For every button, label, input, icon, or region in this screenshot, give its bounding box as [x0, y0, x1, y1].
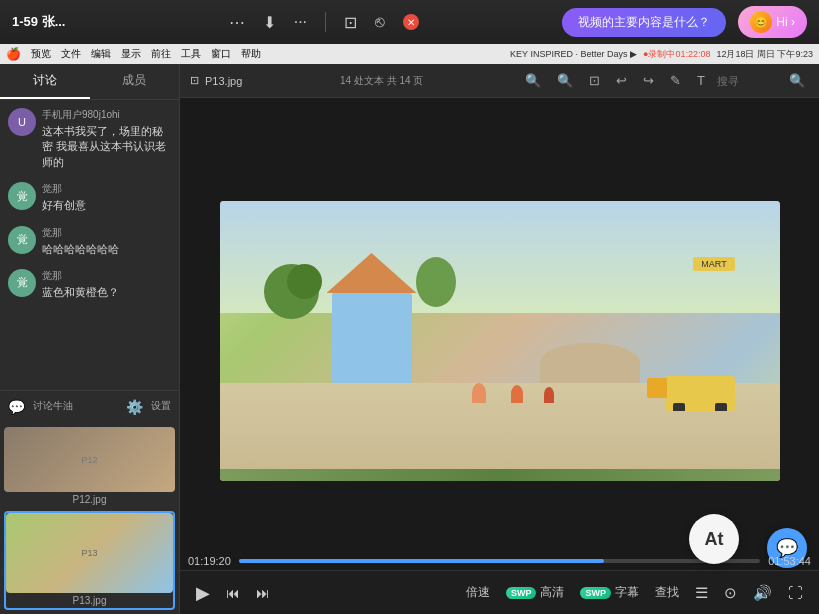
- next-button[interactable]: ⏭: [256, 585, 270, 601]
- hi-label: Hi ›: [776, 15, 795, 29]
- avatar: 覚: [8, 182, 36, 210]
- tab-discussion[interactable]: 讨论: [0, 64, 90, 99]
- filename-label: P13.jpg: [205, 75, 242, 87]
- avatar: 覚: [8, 226, 36, 254]
- chat-area[interactable]: U 手机用户980j1ohi 这本书我买了，场里的秘密 我最喜从这本书认识老师的…: [0, 100, 179, 390]
- chat-content: 觉那 哈哈哈哈哈哈哈: [42, 226, 119, 257]
- recording-badge-menu: ●录制中01:22:08: [643, 48, 710, 61]
- video-viewer: MART 💬: [180, 98, 819, 584]
- discuss-label: 讨论牛油: [33, 399, 73, 415]
- find-button[interactable]: 查找: [655, 584, 679, 601]
- zoom-out-icon[interactable]: 🔍: [553, 71, 577, 90]
- list-icon[interactable]: ☰: [695, 584, 708, 602]
- more-icon[interactable]: ···: [294, 13, 307, 31]
- zoom-in-icon[interactable]: 🔍: [521, 71, 545, 90]
- illustrated-scene: MART: [220, 201, 780, 481]
- subtitle-button[interactable]: SWP 字幕: [580, 584, 639, 601]
- thumbnail-label: P13.jpg: [6, 593, 173, 608]
- menu-help[interactable]: 帮助: [241, 47, 261, 61]
- share-toolbar-icon[interactable]: ⊡: [585, 71, 604, 90]
- top-bar-right: 视频的主要内容是什么？ 😊 Hi ›: [562, 6, 807, 38]
- page-info: 14 处文本 共 14 页: [340, 74, 423, 88]
- speed-button[interactable]: 倍速: [466, 584, 490, 601]
- chat-content: 觉那 蓝色和黄橙色？: [42, 269, 119, 300]
- scene-tree-3: [416, 257, 456, 307]
- apple-menu[interactable]: 🍎: [6, 47, 21, 61]
- ai-button[interactable]: 视频的主要内容是什么？: [562, 8, 726, 37]
- key-inspired-label: KEY INSPIRED · Better Days ▶: [510, 49, 637, 59]
- view-mode-icon[interactable]: ⊡: [190, 74, 199, 87]
- settings-icon[interactable]: ⚙️: [126, 399, 143, 415]
- toolbar-left: ⊡ P13.jpg: [190, 74, 242, 87]
- top-bar-icons: ⋯ ⬇ ··· ⊡ ⎋ ✕: [85, 12, 562, 32]
- fullscreen-icon[interactable]: ⛶: [788, 584, 803, 601]
- thumb-image: P12: [4, 427, 175, 492]
- menu-file[interactable]: 文件: [61, 47, 81, 61]
- thumbnail-p13[interactable]: P13 P13.jpg: [4, 511, 175, 610]
- mart-sign: MART: [693, 257, 734, 271]
- menu-view[interactable]: 显示: [121, 47, 141, 61]
- avatar: 😊: [750, 11, 772, 33]
- back-icon[interactable]: ⎋: [375, 13, 385, 31]
- chat-username: 觉那: [42, 269, 119, 283]
- divider: [325, 12, 326, 32]
- quality-button[interactable]: SWP 高清: [506, 584, 565, 601]
- chat-content: 手机用户980j1ohi 这本书我买了，场里的秘密 我最喜从这本书认识老师的: [42, 108, 171, 170]
- character-2: [511, 385, 523, 403]
- volume-icon[interactable]: 🔊: [753, 584, 772, 602]
- thumb-image: P13: [6, 513, 173, 593]
- close-button[interactable]: ✕: [403, 14, 419, 30]
- quality-badge: SWP: [506, 587, 537, 599]
- chat-icon[interactable]: 💬: [8, 399, 25, 415]
- chat-username: 觉那: [42, 182, 86, 196]
- scene-house: [332, 293, 412, 383]
- list-item: 覚 觉那 哈哈哈哈哈哈哈: [8, 226, 171, 257]
- find-label: 查找: [655, 585, 679, 599]
- chat-username: 觉那: [42, 226, 119, 240]
- search-icon[interactable]: 🔍: [785, 71, 809, 90]
- thumbnail-p12[interactable]: P12 P12.jpg: [4, 427, 175, 507]
- avatar-button[interactable]: 😊 Hi ›: [738, 6, 807, 38]
- play-icon: ▶: [196, 582, 210, 604]
- toolbar-right: 🔍 🔍 ⊡ ↩ ↪ ✎ T 🔍: [521, 71, 809, 90]
- menu-window[interactable]: 窗口: [211, 47, 231, 61]
- at-badge[interactable]: At: [689, 514, 739, 564]
- avatar: U: [8, 108, 36, 136]
- sidebar-tabs: 讨论 成员: [0, 64, 179, 100]
- download-icon[interactable]: ⬇: [263, 13, 276, 32]
- rotate-right-icon[interactable]: ↪: [639, 71, 658, 90]
- at-label: At: [705, 529, 724, 550]
- menu-edit[interactable]: 编辑: [91, 47, 111, 61]
- thumbnail-area: P12 P12.jpg P13 P13.jpg: [0, 423, 179, 614]
- mac-menubar: 🍎 预览 文件 编辑 显示 前往 工具 窗口 帮助 KEY INSPIRED ·…: [0, 44, 819, 64]
- progress-fill: [239, 559, 604, 563]
- sidebar-bottom: 💬 讨论牛油 ⚙️ 设置: [0, 390, 179, 423]
- share-icon[interactable]: ⋯: [229, 13, 245, 32]
- quality-label: 高清: [540, 584, 564, 601]
- search-input[interactable]: [717, 75, 777, 87]
- progress-track[interactable]: [239, 559, 760, 563]
- thumbnail-label: P12.jpg: [4, 492, 175, 507]
- next-icon: ⏭: [256, 585, 270, 601]
- total-time-label: 01:53:44: [768, 555, 811, 567]
- menu-preview[interactable]: 预览: [31, 47, 51, 61]
- text-icon[interactable]: T: [693, 71, 709, 90]
- video-toolbar: ⊡ P13.jpg 14 处文本 共 14 页 🔍 🔍 ⊡ ↩ ↪ ✎ T 🔍: [180, 64, 819, 98]
- highlight-icon[interactable]: ✎: [666, 71, 685, 90]
- tab-members[interactable]: 成员: [90, 64, 180, 99]
- settings-label: 设置: [151, 399, 171, 415]
- scene-tree-2: [287, 264, 322, 299]
- app-title: 1-59 张...: [12, 13, 65, 31]
- border-bottom-decoration: [220, 469, 780, 481]
- menu-tools[interactable]: 工具: [181, 47, 201, 61]
- play-button[interactable]: ▶: [196, 582, 210, 604]
- subtitle-badge: SWP: [580, 587, 611, 599]
- rotate-left-icon[interactable]: ↩: [612, 71, 631, 90]
- menu-go[interactable]: 前往: [151, 47, 171, 61]
- chat-message: 这本书我买了，场里的秘密 我最喜从这本书认识老师的: [42, 124, 171, 170]
- record-icon[interactable]: ⊙: [724, 584, 737, 602]
- screen-icon[interactable]: ⊡: [344, 13, 357, 32]
- prev-button[interactable]: ⏮: [226, 585, 240, 601]
- character-1: [472, 383, 486, 403]
- mac-menu-right: KEY INSPIRED · Better Days ▶ ●录制中01:22:0…: [510, 48, 813, 61]
